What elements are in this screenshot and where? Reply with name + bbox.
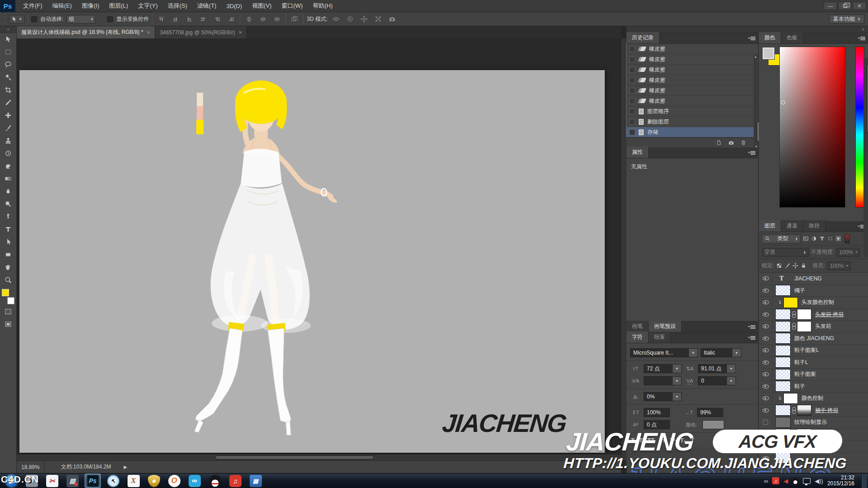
- menu-item[interactable]: 窗口(W): [276, 0, 308, 12]
- lock-all-icon[interactable]: [801, 263, 806, 269]
- tray-netease-music-icon[interactable]: ♫: [772, 477, 779, 484]
- filter-shape-layers-icon[interactable]: [827, 236, 833, 242]
- font-family-dropdown[interactable]: MicroSquare It...▼: [630, 348, 698, 357]
- layer-visibility-toggle[interactable]: [759, 285, 773, 297]
- history-state-row[interactable]: 存储: [626, 127, 758, 137]
- taskbar-app-button[interactable]: ♫: [228, 474, 243, 488]
- eyedropper-tool[interactable]: [0, 96, 16, 109]
- new-document-from-state-icon[interactable]: [716, 140, 722, 146]
- foreground-color-swatch[interactable]: [2, 289, 9, 296]
- history-state-row[interactable]: 橡皮擦: [626, 44, 758, 54]
- background-color-swatch[interactable]: [7, 297, 14, 304]
- layer-name[interactable]: 头发前 拷贝: [815, 311, 844, 318]
- filter-adjustment-layers-icon[interactable]: [811, 236, 817, 242]
- filter-type-layers-icon[interactable]: [819, 236, 825, 242]
- kerning-field[interactable]: ▼: [644, 376, 682, 385]
- align-top-edges-button[interactable]: [156, 14, 166, 24]
- status-options-arrow[interactable]: ▶: [123, 464, 127, 469]
- menu-item[interactable]: 选择(S): [162, 0, 192, 12]
- history-source-checkbox[interactable]: [629, 88, 635, 94]
- gradient-tool[interactable]: [0, 172, 16, 185]
- tracking-field[interactable]: 0▼: [698, 376, 736, 385]
- layer-row[interactable]: ↴ T: [759, 453, 868, 465]
- faux-style-button[interactable]: TT: [647, 437, 655, 444]
- tray-display-icon[interactable]: [803, 478, 811, 484]
- eraser-tool[interactable]: [0, 160, 16, 172]
- tab-swatches[interactable]: 色板: [781, 32, 803, 43]
- taskbar-app-button[interactable]: ▶: [24, 474, 39, 488]
- brush-tool[interactable]: [0, 122, 16, 134]
- layer-row[interactable]: ↴ T JIACHENG: [759, 273, 868, 285]
- panel-menu-icon[interactable]: [749, 336, 755, 340]
- layer-row[interactable]: ↴ T 鞋子L: [759, 357, 868, 369]
- color-picker-marker[interactable]: [781, 100, 785, 104]
- 3d-roll-button[interactable]: [345, 14, 356, 24]
- layer-row[interactable]: ↴ T 颜色控制: [759, 393, 868, 405]
- layer-name[interactable]: 鞋子图案: [794, 370, 816, 378]
- layer-visibility-toggle[interactable]: [759, 369, 773, 380]
- tab-properties[interactable]: 属性: [626, 147, 649, 158]
- layer-name[interactable]: 颜色 JIACHENG: [794, 335, 834, 342]
- layer-name[interactable]: 颜色控制: [802, 394, 823, 402]
- minimize-button[interactable]: —: [824, 2, 837, 10]
- taskbar-app-button[interactable]: O: [166, 474, 182, 488]
- new-snapshot-camera-icon[interactable]: [728, 140, 734, 146]
- lock-paint-icon[interactable]: [784, 263, 790, 269]
- history-state-row[interactable]: 橡皮擦: [626, 75, 758, 85]
- layer-visibility-toggle[interactable]: [759, 321, 773, 332]
- tab-close-icon[interactable]: ×: [147, 29, 151, 36]
- horizontal-scrollbar[interactable]: [17, 454, 621, 460]
- distribute-top-button[interactable]: [243, 14, 254, 24]
- history-source-checkbox[interactable]: [629, 109, 635, 114]
- layer-filter-type-dropdown[interactable]: 类型 ▲▼: [762, 234, 801, 243]
- layer-mask-thumbnail[interactable]: [797, 309, 811, 320]
- layer-thumbnail[interactable]: [775, 417, 791, 428]
- tab-channels[interactable]: 通道: [781, 220, 803, 232]
- layer-mask-thumbnail[interactable]: [797, 429, 811, 440]
- layer-thumbnail[interactable]: [775, 405, 791, 416]
- lock-transparency-icon[interactable]: [776, 263, 782, 269]
- menu-item[interactable]: 帮助(H): [308, 0, 337, 12]
- restore-button[interactable]: [838, 2, 852, 10]
- layer-thumbnail[interactable]: [775, 429, 791, 440]
- tab-paragraph[interactable]: 段落: [649, 332, 671, 343]
- clone-stamp-tool[interactable]: [0, 134, 16, 147]
- hand-tool[interactable]: [0, 261, 16, 274]
- layer-name[interactable]: 鞋子图案L: [794, 346, 819, 354]
- 3d-camera-button[interactable]: [387, 14, 398, 24]
- delete-state-trash-icon[interactable]: [740, 140, 746, 146]
- blend-mode-dropdown[interactable]: 穿透▲▼: [762, 248, 809, 257]
- history-source-checkbox[interactable]: [629, 119, 635, 125]
- taskbar-app-button[interactable]: ▦: [248, 474, 263, 488]
- layer-thumbnail[interactable]: [775, 357, 791, 368]
- menu-item[interactable]: 文件(F): [18, 0, 47, 12]
- layer-thumbnail[interactable]: [775, 441, 791, 452]
- vertical-scale-field[interactable]: 100%: [644, 408, 670, 417]
- history-state-row[interactable]: 橡皮擦: [626, 54, 758, 65]
- tab-color[interactable]: 颜色: [759, 32, 781, 43]
- layer-name[interactable]: 头发颜色控制: [802, 298, 834, 306]
- tray-qq-icon[interactable]: [792, 478, 799, 484]
- show-desktop-button[interactable]: [861, 474, 867, 488]
- layer-name[interactable]: 鞋子L: [794, 359, 808, 366]
- layer-thumbnail[interactable]: [775, 285, 791, 296]
- foreground-color-well[interactable]: [763, 47, 774, 59]
- tab-brush-presets[interactable]: 画笔预设: [649, 321, 682, 332]
- layer-row[interactable]: ↴ T 头发前 拷贝: [759, 309, 868, 321]
- taskbar-app-button[interactable]: ↖: [105, 474, 121, 488]
- align-horizontal-centers-button[interactable]: [212, 14, 223, 24]
- layer-thumbnail[interactable]: [775, 369, 791, 380]
- layer-thumbnail[interactable]: [775, 321, 791, 332]
- font-size-field[interactable]: 72 点▼: [644, 364, 682, 373]
- align-right-edges-button[interactable]: [226, 14, 237, 24]
- tab-close-icon[interactable]: ×: [238, 29, 242, 36]
- taskbar-app-button[interactable]: ▧: [65, 474, 80, 488]
- menu-item[interactable]: 文字(Y): [133, 0, 162, 12]
- tab-character[interactable]: 字符: [626, 332, 649, 343]
- layers-scrollbar[interactable]: [863, 58, 868, 257]
- show-transform-checkbox[interactable]: [107, 16, 113, 22]
- healing-brush-tool[interactable]: [0, 109, 16, 122]
- layer-row[interactable]: ↴ T 头发颜色控制: [759, 297, 868, 309]
- faux-style-button[interactable]: T: [639, 437, 643, 444]
- shape-tool[interactable]: [0, 248, 16, 261]
